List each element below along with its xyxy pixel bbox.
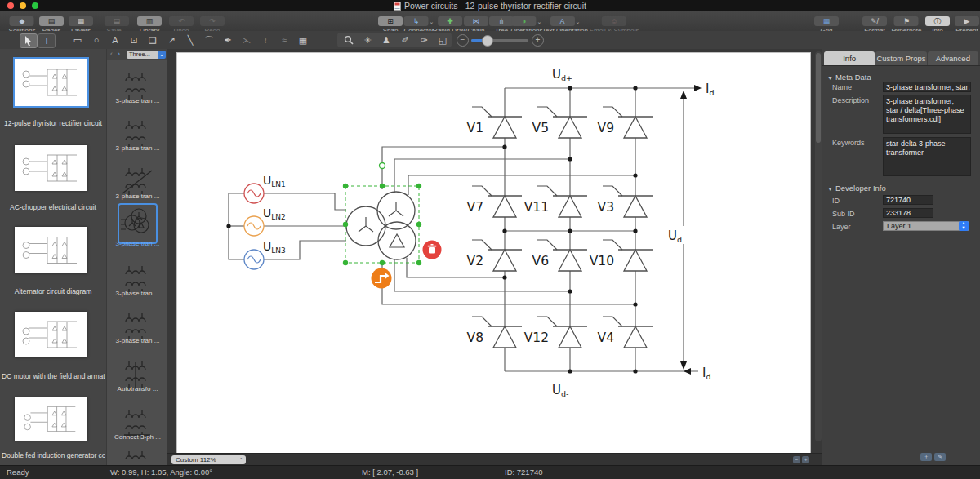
library-panel: ‹ › Three... ⌄ 3-phase tran ...3-phase t… [106,49,168,466]
table-tool[interactable]: ▦ [295,33,311,47]
image-tool[interactable]: ⊡ [126,33,142,47]
selection-handle[interactable] [343,222,348,227]
page-thumbnail-preview [15,397,87,441]
name-field-label: Name [832,83,852,91]
crop-tool[interactable]: ◱ [434,33,451,47]
zoom-out-button[interactable]: − [457,34,469,47]
disclosure-triangle-icon[interactable]: ▼ [827,186,833,192]
emoji-icon: ☺ [602,16,626,26]
ac-source-ln1[interactable] [244,184,264,203]
pan-tool[interactable]: ✳ [359,33,376,47]
rectangle-tool[interactable]: ▭ [69,33,86,47]
arc-tool[interactable]: ⌒ [201,33,217,47]
tab-info[interactable]: Info [824,51,875,65]
magnifier-tool[interactable] [341,33,357,47]
chain-icon: ⋈ [464,16,488,26]
selection-handle[interactable] [416,222,421,227]
smart-connector-tool[interactable]: ↗ [163,33,180,47]
source-label: ULN2 [263,206,286,221]
magnifier-icon [344,35,354,45]
info-icon: ⓘ [925,16,950,26]
callout-tool[interactable]: ❑ [145,33,161,47]
save-icon: ⬓ [105,16,129,26]
thyristor-label: V7 [467,200,483,215]
selection-handle[interactable] [416,260,421,265]
three-phase-transformer-shape[interactable] [346,192,416,259]
text-block-tool[interactable]: A [107,33,123,47]
layer-dropdown[interactable]: Layer 1 ▲▼ [883,221,969,231]
library-shape-label: Connect 3-ph ... [107,433,168,441]
polyline-tool[interactable]: ⋋ [238,33,255,47]
chevron-down-icon[interactable]: ⌄ [537,19,542,24]
canvas-page-minus-button[interactable]: − [793,456,800,463]
thyristor-label: V8 [467,330,483,345]
vertical-scrollbar-thumb[interactable] [816,53,821,143]
selection-handle[interactable] [380,184,385,188]
library-dropdown[interactable]: Three... [127,51,160,59]
library-dropdown-button[interactable]: ⌄ [158,51,166,59]
spline-tool[interactable]: ✒ [220,33,236,47]
line-tool[interactable]: ╲ [182,33,198,47]
circuit-diagram: V1V5V9V7V11V3V2V6V10V8V12V4Ud+Ud-IdIdUdU… [167,49,822,466]
ac-source-ln2[interactable] [244,216,264,236]
page-thumbnail[interactable] [15,312,87,357]
sub-id-field[interactable]: 233178 [883,208,933,218]
page-thumbnail[interactable] [15,227,87,273]
meta-data-section-header[interactable]: ▼Meta Data [827,73,871,82]
id-field[interactable]: 721740 [883,195,933,205]
page-thumbnail[interactable] [15,145,87,191]
brush-tool[interactable]: ✑ [416,33,432,47]
library-back-button[interactable]: ‹ [110,50,113,59]
library-shape-item[interactable] [119,449,156,466]
library-shape-item[interactable] [119,205,156,242]
page-thumbnail[interactable] [15,397,87,441]
library-shape-label: 3-phase tran ... [107,193,168,200]
panel-add-button[interactable]: ＋ [920,453,932,461]
disclosure-triangle-icon[interactable]: ▼ [827,75,833,81]
pages-sidebar: 12-pulse thyristor rectifier circuitAC-c… [0,49,106,466]
tab-advanced[interactable]: Advanced [928,51,978,65]
status-mouse-position: M: [ 2.07, -0.63 ] [362,466,418,478]
selection-handle[interactable] [380,260,385,265]
ellipse-tool[interactable]: ○ [88,33,105,47]
zoom-level-control[interactable]: Custom 112% ⌃⌄ [172,455,246,464]
ac-source-ln3[interactable] [244,250,264,269]
thyristor-label: V12 [524,330,549,345]
vertical-scrollbar[interactable] [815,51,822,441]
pointer-tool[interactable] [20,33,38,48]
developer-info-section-header[interactable]: ▼Developer Info [827,184,886,193]
eyedropper-tool[interactable]: ✐ [397,33,413,47]
chevron-down-icon[interactable]: ⌄ [576,19,581,24]
scribble-tool[interactable]: ≈ [276,33,292,47]
freehand-tool[interactable]: ≀ [257,33,274,47]
status-bar: Ready W: 0.99, H: 1.05, Angle: 0.00° M: … [0,465,980,479]
selection-handle[interactable] [416,184,421,188]
canvas-page-add-button[interactable]: ＋ [802,456,809,463]
selection-handle[interactable] [343,260,348,265]
library-shape-label: 3-phase tran ... [107,144,168,152]
rotate-handle[interactable] [380,163,385,169]
layer-dropdown-stepper-icon[interactable]: ▲▼ [959,221,969,231]
name-field[interactable]: 3-phase transformer, star / delta [883,82,971,92]
undo-icon: ↶ [169,16,194,26]
page-thumbnail-label: AC-chopper electrical circuit [2,203,105,211]
tab-custom-props[interactable]: Custom Props [875,51,926,65]
description-field[interactable]: 3-phase transformer, star / delta[Three-… [883,95,971,134]
library-icon: ▥ [137,16,162,26]
page-thumbnail[interactable] [15,59,87,106]
status-ready: Ready [7,466,29,478]
library-forward-button[interactable]: › [118,50,120,59]
zoom-in-button[interactable]: + [532,34,544,47]
thyristor-label: V4 [598,330,614,345]
text-tool[interactable]: T [38,33,56,48]
selection-handle[interactable] [343,184,348,188]
panel-edit-button[interactable]: ✎ [934,453,946,461]
page-thumbnail-preview [15,227,87,273]
zoom-slider-thumb[interactable] [482,35,493,47]
keywords-field[interactable]: star-delta 3-phase transformer [883,137,971,176]
rapid-draw-button[interactable] [372,268,392,289]
stamp-tool[interactable]: ♟ [378,33,394,47]
library-shape-label: 3-phase tran ... [107,240,168,247]
delete-shape-button[interactable] [423,241,442,259]
pages-icon: ▤ [39,16,64,26]
